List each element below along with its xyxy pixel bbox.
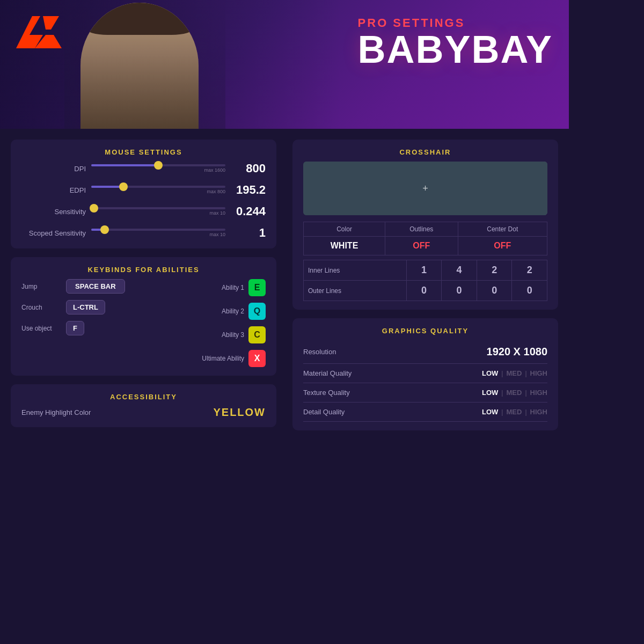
material-quality-row: Material Quality LOW | MED | HIGH <box>303 364 547 383</box>
accessibility-box: ACCESSIBILITY Enemy Highlight Color YELL… <box>11 384 276 427</box>
ultimate-label: Ultimate Ability <box>149 355 245 362</box>
ability2-row: Ability 2 Q <box>149 303 266 320</box>
texture-quality-high: HIGH <box>530 389 548 397</box>
scoped-sensitivity-label: Scoped Sensitivity <box>21 229 86 237</box>
crosshair-symbol: + <box>422 183 428 194</box>
ability3-row: Ability 3 C <box>149 326 266 343</box>
crouch-row: Crouch L-CTRL <box>21 300 138 314</box>
header-text: PRO SETTINGS BABYBAY <box>358 16 553 69</box>
color-header: Color <box>304 222 385 237</box>
ultimate-key: X <box>248 350 266 367</box>
sensitivity-row: Sensitivity max 10 0.244 <box>21 204 266 218</box>
sensitivity-label: Sensitivity <box>21 208 86 216</box>
outer-lines-val-3: 0 <box>512 281 547 301</box>
right-panel: CROSSHAIR + Color Outlines Center Dot WH… <box>284 140 558 558</box>
texture-quality-low: LOW <box>482 389 498 397</box>
use-object-key: F <box>66 321 84 335</box>
player-face <box>80 3 199 129</box>
scoped-sensitivity-thumb <box>100 225 109 234</box>
ability1-row: Ability 1 E <box>149 279 266 296</box>
resolution-value: 1920 X 1080 <box>487 346 547 358</box>
edpi-fill <box>91 186 123 188</box>
jump-key: SPACE BAR <box>66 279 125 294</box>
resolution-label: Resolution <box>303 348 336 356</box>
center-dot-header: Center Dot <box>458 222 547 237</box>
header: PRO SETTINGS BABYBAY <box>0 0 569 129</box>
main-content: MOUSE SETTINGS DPI max 1600 800 EDPI <box>0 129 569 569</box>
center-dot-value: OFF <box>458 237 547 255</box>
dpi-fill <box>91 164 158 166</box>
edpi-value: 195.2 <box>231 183 266 197</box>
scoped-sensitivity-row: Scoped Sensitivity max 10 1 <box>21 226 266 240</box>
resolution-row: Resolution 1920 X 1080 <box>303 340 547 364</box>
use-object-label: Use object <box>21 325 62 332</box>
sensitivity-max-label: max 10 <box>91 210 225 216</box>
jump-row: Jump SPACE BAR <box>21 279 138 294</box>
crouch-label: Crouch <box>21 304 62 311</box>
detail-quality-low: LOW <box>482 408 498 416</box>
enemy-highlight-value: YELLOW <box>213 406 266 419</box>
detail-quality-options: LOW | MED | HIGH <box>482 408 547 416</box>
mouse-settings-box: MOUSE SETTINGS DPI max 1600 800 EDPI <box>11 140 276 248</box>
outlines-header: Outlines <box>385 222 458 237</box>
texture-quality-label: Texture Quality <box>303 389 350 397</box>
outer-lines-val-1: 0 <box>442 281 477 301</box>
outer-lines-label: Outer Lines <box>304 281 407 301</box>
edpi-max-label: max 800 <box>91 189 225 194</box>
crouch-key: L-CTRL <box>66 300 105 314</box>
ability2-key: Q <box>248 303 266 320</box>
enemy-highlight-row: Enemy Highlight Color YELLOW <box>21 406 266 419</box>
scoped-sensitivity-value: 1 <box>231 226 266 240</box>
use-object-row: Use object F <box>21 321 138 335</box>
edpi-row: EDPI max 800 195.2 <box>21 183 266 197</box>
edpi-slider[interactable]: max 800 <box>91 186 225 194</box>
scoped-sensitivity-track <box>91 229 225 231</box>
ability3-label: Ability 3 <box>149 331 245 339</box>
detail-quality-high: HIGH <box>530 408 548 416</box>
lines-table: Inner Lines 1 4 2 2 Outer Lines 0 0 0 0 <box>303 260 547 301</box>
inner-lines-val-2: 2 <box>477 260 512 281</box>
keybinds-inner: Jump SPACE BAR Crouch L-CTRL Use object … <box>21 279 266 367</box>
accessibility-title: ACCESSIBILITY <box>21 393 266 401</box>
ability1-label: Ability 1 <box>149 284 245 291</box>
dpi-thumb <box>154 161 163 170</box>
left-panel: MOUSE SETTINGS DPI max 1600 800 EDPI <box>11 140 284 558</box>
graphics-title: GRAPHICS QUALITY <box>303 327 547 335</box>
ability1-key: E <box>248 279 266 296</box>
dpi-row: DPI max 1600 800 <box>21 162 266 175</box>
material-quality-options: LOW | MED | HIGH <box>482 369 547 377</box>
scoped-sensitivity-max-label: max 10 <box>91 232 225 237</box>
enemy-highlight-label: Enemy Highlight Color <box>21 408 91 416</box>
crosshair-title: CROSSHAIR <box>303 148 547 156</box>
ultimate-row: Ultimate Ability X <box>149 350 266 367</box>
ability2-label: Ability 2 <box>149 308 245 315</box>
dpi-label: DPI <box>21 165 86 173</box>
player-image-area <box>64 0 225 129</box>
material-quality-med: MED <box>506 369 522 377</box>
material-quality-low: LOW <box>482 369 498 377</box>
jump-label: Jump <box>21 283 62 290</box>
outer-lines-val-2: 0 <box>477 281 512 301</box>
material-quality-high: HIGH <box>530 369 548 377</box>
outer-lines-val-0: 0 <box>406 281 442 301</box>
svg-marker-2 <box>43 16 59 30</box>
sensitivity-slider[interactable]: max 10 <box>91 207 225 216</box>
outlines-value: OFF <box>385 237 458 255</box>
inner-lines-val-3: 2 <box>512 260 547 281</box>
edpi-label: EDPI <box>21 186 86 194</box>
crosshair-box: CROSSHAIR + Color Outlines Center Dot WH… <box>292 140 558 310</box>
ability3-key: C <box>248 326 266 343</box>
scoped-sensitivity-slider[interactable]: max 10 <box>91 229 225 237</box>
detail-quality-label: Detail Quality <box>303 408 345 416</box>
texture-quality-med: MED <box>506 389 522 397</box>
edpi-thumb <box>119 182 128 191</box>
dpi-value: 800 <box>231 162 266 175</box>
dpi-slider[interactable]: max 1600 <box>91 164 225 173</box>
detail-quality-row: Detail Quality LOW | MED | HIGH <box>303 402 547 422</box>
texture-quality-options: LOW | MED | HIGH <box>482 389 547 397</box>
sensitivity-value: 0.244 <box>231 204 266 218</box>
keybinds-left: Jump SPACE BAR Crouch L-CTRL Use object … <box>21 279 138 367</box>
texture-quality-row: Texture Quality LOW | MED | HIGH <box>303 383 547 402</box>
sensitivity-track <box>91 207 225 209</box>
crosshair-table: Color Outlines Center Dot WHITE OFF OFF <box>303 222 547 255</box>
